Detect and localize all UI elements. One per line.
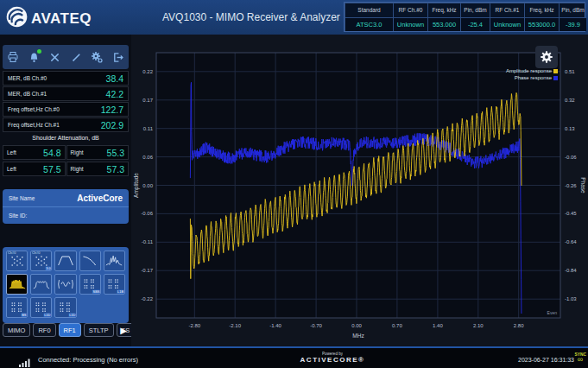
svg-text:-0.22: -0.22 [141, 296, 153, 301]
view-selector-panel: Ch#0Ch#03.0SBSL1BBSL1DL1D [3, 247, 129, 323]
status-col-value: -25.4 [460, 17, 490, 32]
shoulder-value: 57.5 [43, 164, 60, 174]
view-tile-qam-grid-l1d[interactable]: L1D [30, 297, 52, 318]
activecore-brand: ACTIVECORE® [285, 356, 380, 364]
tile-badge: SBS [92, 289, 100, 294]
chart-settings-button[interactable] [535, 46, 558, 68]
sync-label: SYNC [575, 352, 586, 357]
svg-text:0.06: 0.06 [142, 155, 153, 160]
svg-text:2.80: 2.80 [514, 323, 524, 328]
svg-text:2.10: 2.10 [473, 323, 484, 328]
site-id-label: Site ID: [9, 213, 27, 219]
status-col-value: 553.000 [427, 17, 460, 32]
settings-button[interactable] [89, 49, 104, 65]
svg-text:-0.70: -0.70 [310, 323, 322, 328]
svg-text:0.00: 0.00 [142, 183, 153, 188]
measurement-label: MER, dB Ch.#1 [8, 91, 47, 97]
tab-mimo[interactable]: MIMO [3, 323, 30, 337]
shoulder-cell: Left54.8 [3, 145, 66, 160]
tile-badge: L1D [68, 313, 75, 317]
shoulder-label: Left [7, 149, 16, 155]
view-tile-rolloff-curve[interactable] [79, 251, 101, 271]
view-tile-constellation-atsc3[interactable]: Ch#03.0 [30, 251, 52, 271]
tile-badge: 3.0 [46, 266, 52, 270]
shoulder-label: Right [71, 149, 84, 155]
svg-text:0.70: 0.70 [392, 323, 402, 328]
tab-rf1[interactable]: RF1 [59, 323, 81, 337]
measurement-row-3: Freq offset,Hz Ch.#1202.9 [3, 117, 129, 132]
app-window: AVATEQ AVQ1030 - MIMO Receiver & Analyze… [0, 0, 588, 368]
response-chart: -2.80-2.10-1.40-0.700.000.701.402.102.80… [131, 35, 588, 346]
svg-text:-0.17: -0.17 [141, 268, 153, 273]
alerts-button[interactable] [26, 49, 41, 65]
svg-text:-0.06: -0.06 [141, 211, 153, 216]
view-tile-qam-grid-l1b[interactable]: L1B [104, 274, 125, 295]
svg-text:-0.11: -0.11 [142, 239, 154, 244]
svg-text:0.11: 0.11 [143, 126, 154, 131]
status-col-header: Pin, dBm [559, 3, 586, 17]
legend-item: Amplitude response [506, 67, 558, 74]
view-tile-spectrum-shoulders[interactable] [6, 274, 28, 295]
view-tile-qam-grid-bs[interactable]: BS [6, 297, 28, 318]
brand-logo: AVATEQ [5, 5, 92, 32]
shoulder-value: 57.3 [107, 164, 124, 174]
tab-stltp[interactable]: STLTP [84, 323, 114, 337]
view-tile-constellation-ch0[interactable]: Ch#0 [6, 251, 28, 271]
legend-swatch [553, 69, 558, 73]
tools-button[interactable] [47, 49, 63, 65]
measurement-label: MER, dB Ch.#0 [8, 75, 47, 81]
shoulder-row-1: Left57.5Right57.3 [3, 162, 129, 176]
svg-text:-1.03: -1.03 [565, 296, 577, 301]
view-tile-spectrum-shoulders-alt[interactable] [30, 274, 52, 295]
powered-by-logo: Powered by ACTIVECORE® [285, 351, 380, 364]
svg-text:0.00: 0.00 [351, 323, 362, 328]
status-col-header: RF Ch.#1 [490, 3, 524, 17]
measurement-row-1: MER, dB Ch.#142.2 [3, 86, 129, 101]
legend-item: Phase response [506, 74, 558, 81]
status-col-value: ATSC3.0 [345, 17, 393, 32]
shoulder-cell: Left57.5 [3, 162, 66, 176]
svg-text:1.40: 1.40 [433, 323, 443, 328]
site-id-row: Site ID: [3, 206, 129, 224]
connection-status: Connected: Processing (No errors) [38, 356, 138, 364]
view-tile-grid: Ch#0Ch#03.0SBSL1BBSL1DL1D [6, 251, 125, 318]
shoulder-attenuation-rows: Left54.8Right55.3Left57.5Right57.3 [3, 145, 129, 176]
status-col-value: Unknown [490, 17, 524, 32]
header-bar: AVATEQ AVQ1030 - MIMO Receiver & Analyze… [0, 0, 588, 35]
svg-text:-0.45: -0.45 [565, 211, 577, 216]
measurement-value: 38.4 [106, 73, 123, 84]
view-tile-qam-grid-l1d2[interactable]: L1D [54, 297, 76, 318]
svg-text:-0.26: -0.26 [565, 183, 577, 188]
view-tile-spectrum-peaks[interactable] [104, 251, 125, 271]
edit-button[interactable] [68, 49, 84, 65]
status-col-header: Freq, kHz [427, 3, 460, 17]
chart-legend: Amplitude responsePhase response [506, 67, 558, 81]
view-tile-qam-grid-sbs[interactable]: SBS [79, 274, 101, 295]
sidebar: MER, dB Ch.#038.4MER, dB Ch.#142.2Freq o… [0, 35, 131, 346]
svg-text:Even: Even [547, 310, 558, 315]
alerts-badge [37, 49, 41, 54]
svg-text:-2.10: -2.10 [229, 323, 241, 328]
status-col-header: Standard [345, 3, 393, 17]
svg-text:Phase: Phase [580, 177, 586, 194]
legend-label: Phase response [515, 74, 552, 81]
shoulder-cell: Right57.3 [66, 162, 130, 176]
measurement-label: Freq offset,Hz Ch.#1 [8, 122, 60, 128]
tabs-scroll-right-icon[interactable]: ▶ [117, 323, 130, 337]
sync-indicator: SYNC ∞ [573, 352, 587, 363]
shoulder-value: 54.8 [43, 148, 60, 158]
channel-tabs: MIMORF0RF1STLTPTS [3, 323, 135, 337]
view-tile-channel-mask[interactable] [54, 251, 76, 271]
measurement-value: 42.2 [106, 89, 123, 99]
site-panel: Site Name ActiveCore Site ID: [3, 189, 129, 224]
print-button[interactable] [5, 49, 21, 65]
tab-rf0[interactable]: RF0 [33, 323, 55, 337]
status-col-header: Pin, dBm [460, 3, 490, 17]
svg-text:0.51: 0.51 [565, 69, 575, 74]
toolbar [3, 45, 129, 69]
svg-text:-0.64: -0.64 [565, 239, 577, 244]
view-tile-impulse-response[interactable] [54, 274, 76, 295]
exit-button[interactable] [111, 49, 126, 65]
status-col-value: Unknown [393, 17, 427, 32]
site-name-value: ActiveCore [77, 194, 123, 203]
